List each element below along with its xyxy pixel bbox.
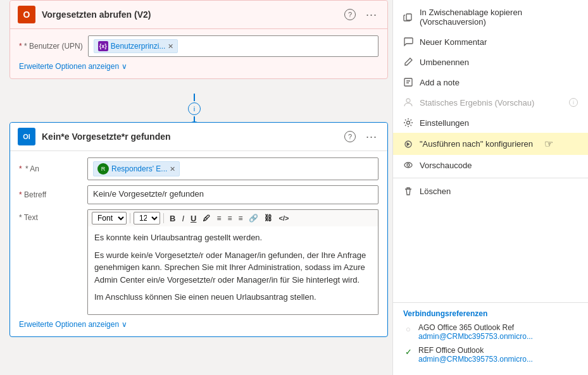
betreff-field-row: * Betreff Kein/e Vorgesetzte/r gefunden [19, 185, 378, 204]
card-vorgesetzten-title: Vorgesetzten abrufen (V2) [42, 9, 335, 20]
conn-ref-2: ✓ REF Office Outlook admin@CRMbc395753.o… [403, 346, 578, 364]
more-button-bottom[interactable]: ··· [363, 129, 380, 145]
menu-label-static-result: Statisches Ergebnis (Vorschau) [420, 98, 534, 108]
an-label: * * An [19, 164, 82, 173]
svg-rect-1 [404, 78, 412, 86]
font-select[interactable]: Font [92, 212, 127, 224]
card-kein-title: Kein*e Vorgesetzte*r gefunden [42, 132, 335, 142]
benutzer-label: * * Benutzer (UPN) [19, 42, 83, 51]
help-button-bottom[interactable]: ? [342, 130, 358, 144]
menu-item-add-note[interactable]: Add a note [393, 72, 588, 92]
conn-ref-1-text: AGO Office 365 Outlook Ref admin@CRMbc39… [418, 323, 533, 341]
svg-point-2 [406, 99, 410, 102]
conn-ref-1-email[interactable]: admin@CRMbc395753.onmicro... [418, 332, 533, 341]
menu-item-new-comment[interactable]: Neuer Kommentar [393, 32, 588, 52]
menu-item-copy-clipboard[interactable]: In Zwischenablage kopieren (Vorschauvers… [393, 3, 588, 32]
menu-divider [393, 178, 588, 178]
conn-ref-2-email[interactable]: admin@CRMbc395753.onmicro... [418, 355, 533, 364]
italic-button[interactable]: I [179, 212, 187, 224]
an-field-row: * * An R Responders' E... ✕ [19, 157, 378, 180]
connector-line-mid [194, 116, 195, 121]
body-line-2: Es wurde kein/e Vorgesetzte/r oder Manag… [94, 249, 372, 286]
link-button[interactable]: 🔗 [246, 212, 261, 224]
context-menu-items: In Zwischenablage kopieren (Vorschauvers… [393, 0, 588, 302]
menu-label-delete: Löschen [420, 187, 451, 196]
toolbar-divider-1 [130, 213, 130, 223]
list-ol-button[interactable]: ≡ [214, 212, 223, 224]
menu-item-preview-code[interactable]: Vorschaucode [393, 155, 588, 175]
expand-link-bottom[interactable]: Erweiterte Optionen anzeigen ∨ [19, 320, 378, 329]
card-kein-vorgesetzter: Ol Kein*e Vorgesetzte*r gefunden ? ··· *… [9, 122, 388, 337]
an-token-icon: R [97, 163, 109, 175]
conn-ref-1: ○ AGO Office 365 Outlook Ref admin@CRMbc… [403, 323, 578, 341]
text-toolbar: Font 12 B I U 🖊 ≡ ≡ ≡ 🔗 [87, 209, 378, 226]
card-vorgesetzten: O Vorgesetzten abrufen (V2) ? ··· * * Be… [9, 0, 388, 79]
body-line-3: Im Anschluss können Sie einen neuen Urla… [94, 291, 372, 304]
menu-label-new-comment: Neuer Kommentar [420, 37, 487, 47]
menu-item-delete[interactable]: Löschen [393, 181, 588, 201]
svg-point-3 [407, 121, 410, 125]
menu-label-copy-clipboard: In Zwischenablage kopieren (Vorschauvers… [420, 8, 578, 27]
benutzer-input[interactable]: {x} Benutzerprinzi... ✕ [88, 35, 378, 57]
toolbar-divider-2 [163, 213, 164, 223]
bold-button[interactable]: B [167, 212, 178, 224]
betreff-input[interactable]: Kein/e Vorgesetzte/r gefunden [87, 185, 378, 204]
card-vorgesetzten-actions: ? ··· [342, 7, 380, 23]
conn-refs-title: Verbindungsreferenzen [403, 309, 578, 318]
cursor-icon: ☞ [544, 138, 553, 150]
body-line-1: Es konnte kein Urlaubsantrag gestellt we… [94, 231, 372, 244]
font-size-select[interactable]: 12 [134, 212, 160, 224]
conn-ref-2-name: REF Office Outlook [418, 346, 533, 355]
gear-icon [403, 118, 413, 128]
menu-label-add-note: Add a note [420, 78, 460, 87]
an-token: R Responders' E... ✕ [93, 161, 180, 176]
benutzer-token: {x} Benutzerprinzi... ✕ [94, 39, 178, 53]
card-kein-header: Ol Kein*e Vorgesetzte*r gefunden ? ··· [10, 123, 387, 151]
run-after-icon [403, 139, 413, 149]
chevron-down-icon-bottom: ∨ [122, 320, 127, 329]
eye-icon [403, 160, 413, 170]
benutzer-field-row: * * Benutzer (UPN) {x} Benutzerprinzi...… [19, 35, 378, 57]
svg-rect-0 [406, 14, 411, 20]
connection-references: Verbindungsreferenzen ○ AGO Office 365 O… [393, 302, 588, 375]
text-field-row: * Text Font 12 B I U 🖊 [19, 209, 378, 315]
list-ul-button[interactable]: ≡ [225, 212, 234, 224]
pencil-icon [403, 57, 413, 67]
conn-ref-2-check: ✓ [403, 347, 413, 357]
token-icon: {x} [98, 41, 108, 51]
svg-point-6 [407, 164, 410, 166]
help-button[interactable]: ? [342, 8, 358, 22]
menu-label-rename: Umbenennen [420, 58, 469, 67]
expand-link-top[interactable]: Erweiterte Optionen anzeigen ∨ [19, 62, 378, 71]
trash-icon [403, 186, 413, 196]
betreff-label: * Betreff [19, 190, 82, 199]
menu-item-rename[interactable]: Umbenennen [393, 52, 588, 72]
conn-ref-1-check: ○ [403, 324, 413, 334]
canvas-area: O Vorgesetzten abrufen (V2) ? ··· * * Be… [0, 0, 392, 375]
color-button[interactable]: 🖊 [200, 212, 213, 224]
more-button[interactable]: ··· [363, 7, 380, 23]
an-token-close[interactable]: ✕ [170, 165, 175, 173]
card-vorgesetzten-body: * * Benutzer (UPN) {x} Benutzerprinzi...… [10, 29, 387, 78]
menu-item-run-after[interactable]: "Ausführen nach" konfigurieren ☞ [393, 133, 588, 155]
text-area[interactable]: Es konnte kein Urlaubsantrag gestellt we… [87, 226, 378, 315]
align-button[interactable]: ≡ [235, 212, 245, 224]
outlook-icon: Ol [18, 128, 35, 145]
conn-ref-2-text: REF Office Outlook admin@CRMbc395753.onm… [418, 346, 533, 364]
text-editor: Font 12 B I U 🖊 ≡ ≡ ≡ 🔗 [87, 209, 378, 315]
menu-label-run-after: "Ausführen nach" konfigurieren [420, 139, 533, 149]
menu-item-static-result: Statisches Ergebnis (Vorschau) i [393, 92, 588, 113]
an-input[interactable]: R Responders' E... ✕ [87, 157, 378, 180]
info-circle-btn[interactable]: i [188, 102, 201, 115]
text-label: * Text [19, 213, 82, 222]
token-close[interactable]: ✕ [168, 42, 173, 51]
connector-line-top [194, 94, 195, 101]
unlink-button[interactable]: ⛓ [262, 212, 275, 224]
static-result-info-icon: i [569, 98, 578, 107]
card-kein-body: * * An R Responders' E... ✕ * Betreff [10, 151, 387, 336]
menu-item-settings[interactable]: Einstellungen [393, 113, 588, 133]
underline-button[interactable]: U [188, 212, 199, 224]
card-vorgesetzten-header: O Vorgesetzten abrufen (V2) ? ··· [10, 1, 387, 29]
note-icon [403, 77, 413, 87]
code-button[interactable]: </> [276, 213, 291, 223]
